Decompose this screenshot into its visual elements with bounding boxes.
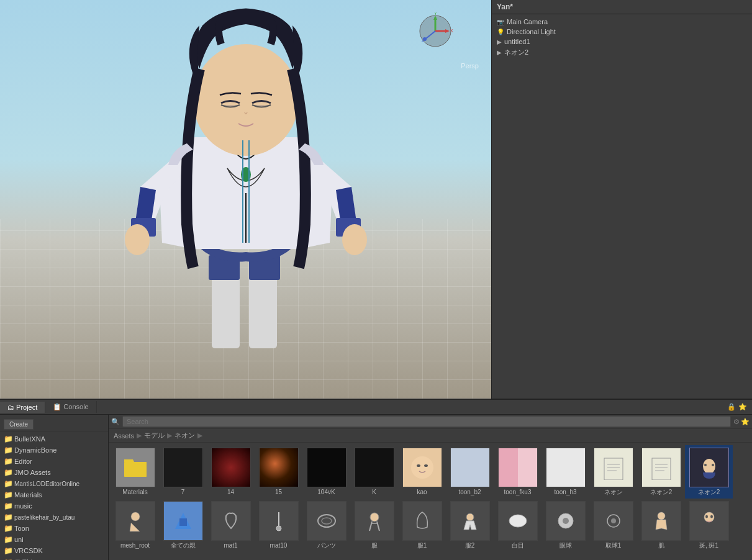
breadcrumb-neon[interactable]: ネオン [174, 431, 195, 440]
asset-materials-folder[interactable]: Materials [111, 445, 159, 499]
folder-pasteli[interactable]: 📁 pastelikehair_by_utau [0, 512, 108, 523]
asset-all-parents[interactable]: 全ての親 [159, 499, 207, 552]
asset-thumb-mesh-root [116, 501, 155, 541]
folder-bulletxna[interactable]: 📁 BulletXNA [0, 433, 108, 445]
folder-label-dynamicbone: DynamicBone [14, 446, 57, 454]
create-button[interactable]: Create [4, 419, 34, 430]
asset-thumb-fuku [355, 501, 394, 541]
asset-thumb-gankyuu [546, 501, 586, 541]
asset-neon2[interactable]: ネオン2 [637, 445, 685, 499]
asset-torikyuu1[interactable]: 取球1 [589, 499, 637, 552]
folder-mantis[interactable]: 📁 MantisLODEditorOnline [0, 478, 108, 489]
asset-thumb-k [355, 448, 394, 487]
asset-gankyuu[interactable]: 眼球 [541, 499, 589, 552]
asset-15[interactable]: 15 [255, 445, 302, 499]
hier-item-main-camera[interactable]: 📷 Main Camera [492, 17, 752, 27]
asset-neon[interactable]: ネオン [589, 445, 637, 499]
asset-thumb-mat10 [259, 501, 299, 541]
asset-toon-h3[interactable]: toon_h3 [541, 445, 589, 499]
asset-label-15: 15 [275, 489, 282, 496]
search-star-icon[interactable]: ⭐ [741, 418, 750, 426]
hier-item-neon2[interactable]: ▶ ネオン2 [492, 47, 752, 58]
asset-kao[interactable]: kao [398, 445, 446, 499]
folder-materials[interactable]: 📁 Materials [0, 489, 108, 500]
folder-uni[interactable]: 📁 uni [0, 534, 108, 545]
asset-fuku2[interactable]: 服2 [446, 499, 494, 552]
asset-label-mat1: mat1 [224, 542, 237, 549]
svg-point-53 [509, 515, 527, 527]
tab-lock-icon[interactable]: 🔒 [727, 403, 736, 411]
folder-label-editor: Editor [14, 458, 32, 465]
folder-label-uni: uni [14, 536, 24, 543]
asset-thumb-neon2-selected [689, 448, 729, 487]
asset-thumb-torikyuu1 [594, 501, 633, 541]
asset-thumb-14 [211, 448, 251, 487]
hier-item-untitled1[interactable]: ▶ untitled1 [492, 37, 752, 47]
asset-mat10[interactable]: mat10 [255, 499, 302, 552]
folder-editor[interactable]: 📁 Editor [0, 456, 108, 467]
svg-point-47 [322, 518, 332, 524]
asset-mesh-root[interactable]: mesh_root [111, 499, 159, 552]
asset-pants[interactable]: パンツ [302, 499, 350, 552]
bottom-tabs: 🗂 Project 📋 Console 🔒 ⭐ [0, 400, 752, 415]
asset-14[interactable]: 14 [207, 445, 255, 499]
folder-toon[interactable]: 📁 Toon [0, 523, 108, 534]
svg-point-58 [658, 512, 665, 520]
svg-point-41 [712, 464, 714, 466]
folder-label-mantis: MantisLODEditorOnline [14, 481, 79, 487]
asset-toon-fku3[interactable]: toon_fku3 [494, 445, 541, 499]
asset-thumb-toon-b2 [450, 448, 490, 487]
assets-panel: 🔍 ⚙ ⭐ Assets ▶ モデル ▶ ネオン ▶ [109, 415, 752, 560]
asset-thumb-mat1 [211, 501, 251, 541]
svg-text:Y: Y [434, 12, 437, 16]
breadcrumb-assets[interactable]: Assets [114, 432, 134, 440]
svg-point-61 [710, 515, 713, 518]
asset-fuku1[interactable]: 服1 [398, 499, 446, 552]
viewport[interactable]: Y X Z Persp [0, 0, 491, 399]
search-options-icon[interactable]: ⚙ [733, 418, 740, 426]
folder-vrcsdk[interactable]: 📁 VRCSDK [0, 545, 108, 556]
asset-han[interactable]: 斑, 斑1 [685, 499, 733, 552]
svg-point-46 [318, 515, 335, 527]
folder-dynamicbone[interactable]: 📁 DynamicBone [0, 445, 108, 456]
asset-104vk[interactable]: 104vK [302, 445, 350, 499]
folder-jmo[interactable]: 📁 JMO Assets [0, 467, 108, 478]
asset-thumb-15 [259, 448, 299, 487]
main-layout: Y X Z Persp Yan* 📷 Main Camera 💡 Directi… [0, 0, 752, 560]
tab-console[interactable]: 📋 Console [45, 401, 96, 413]
asset-thumb-neon2 [641, 448, 681, 487]
asset-k[interactable]: K [350, 445, 398, 499]
asset-label-han: 斑, 斑1 [699, 542, 718, 549]
breadcrumb-sep3: ▶ [197, 431, 202, 440]
folder-label-materials: Materials [14, 491, 42, 499]
folder-icon-bulletxna: 📁 [4, 435, 13, 443]
asset-toon-b2[interactable]: toon_b2 [446, 445, 494, 499]
folder-model[interactable]: 📁 モデル [0, 556, 108, 560]
search-input[interactable] [122, 416, 731, 427]
hier-item-directional-light[interactable]: 💡 Directional Light [492, 27, 752, 37]
search-icon: 🔍 [111, 418, 120, 426]
folder-music[interactable]: 📁 music [0, 500, 108, 512]
asset-7[interactable]: 7 [159, 445, 207, 499]
tab-star-icon[interactable]: ⭐ [738, 403, 747, 411]
folder-icon-model: 📁 [4, 558, 13, 561]
viewport-gizmo[interactable]: Y X Z [417, 12, 454, 50]
asset-fuku[interactable]: 服 [350, 499, 398, 552]
asset-mat1[interactable]: mat1 [207, 499, 255, 552]
folder-panel: Create 📁 BulletXNA 📁 DynamicBone 📁 Edito… [0, 415, 109, 560]
folder-label-jmo: JMO Assets [14, 469, 51, 476]
gizmo-svg: Y X Z [417, 12, 454, 50]
asset-label-toon-fku3: toon_fku3 [504, 489, 532, 496]
breadcrumb-model[interactable]: モデル [144, 431, 165, 440]
character-svg [91, 7, 401, 392]
asset-neon2-selected[interactable]: ネオン2 [685, 445, 733, 499]
asset-label-mat10: mat10 [270, 542, 288, 549]
top-area: Y X Z Persp Yan* 📷 Main Camera 💡 Directi… [0, 0, 752, 399]
tab-project[interactable]: 🗂 Project [0, 402, 45, 413]
svg-point-48 [370, 513, 379, 522]
asset-shiromeа[interactable]: 白目 [494, 499, 541, 552]
asset-hada[interactable]: 肌 [637, 499, 685, 552]
asset-label-neon2: ネオン2 [650, 489, 673, 496]
folder-label-pasteli: pastelikehair_by_utau [14, 514, 75, 521]
asset-thumb-fuku1 [402, 501, 442, 541]
